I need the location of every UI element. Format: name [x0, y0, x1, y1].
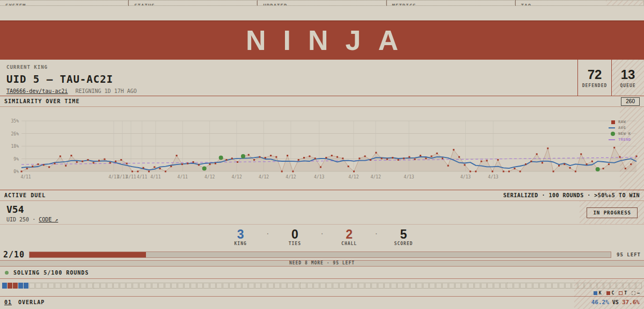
svg-text:18%: 18%: [11, 144, 19, 149]
round-cell: [346, 283, 352, 289]
king-score: 3: [237, 228, 244, 241]
legend-raw: RAW: [609, 120, 635, 124]
round-cell: [113, 283, 119, 289]
challenger-code-link[interactable]: CODE ↗: [39, 217, 58, 222]
round-cell: [578, 283, 584, 289]
round-cell: [18, 283, 23, 289]
solving-row: SOLVING 5/100 ROUNDS: [0, 267, 644, 279]
king-score-label: KING: [235, 241, 247, 246]
round-cell: [365, 283, 371, 289]
avg-swatch-icon: [609, 127, 615, 128]
round-cell: [494, 283, 500, 289]
king-cell-swatch-icon: [594, 291, 597, 295]
round-cell: [248, 283, 254, 289]
progress-fill: [30, 252, 146, 257]
svg-text:4/12: 4/12: [348, 175, 358, 179]
round-cell: [313, 283, 319, 289]
overlap-label: OVERLAP: [18, 299, 45, 305]
chart-legend: RAW AVG NEW K TREND: [609, 120, 635, 142]
overlap-index-link[interactable]: 01: [4, 299, 12, 305]
round-cell: [584, 283, 590, 289]
round-cell: [223, 283, 229, 289]
round-cell: [416, 283, 422, 289]
rounds-legend-chall: C: [606, 291, 614, 296]
app-title: NINJA: [229, 21, 415, 60]
king-reign-text: REIGNING 1D 17H AGO: [75, 88, 136, 94]
challenger-name: V54: [6, 204, 58, 215]
round-cell: [178, 283, 184, 289]
svg-text:35%: 35%: [11, 119, 19, 124]
ties-score-label: TIES: [289, 241, 301, 246]
round-cell: [384, 283, 390, 289]
rounds-legend-tie: T: [619, 291, 627, 296]
round-cell: [520, 283, 526, 289]
active-duel-title: ACTIVE DUEL: [4, 192, 46, 198]
duel-row: V54 UID 250 · CODE ↗ IN PROGRESS: [0, 201, 644, 225]
king-cell-label: K: [599, 291, 602, 296]
pending-cell-label: –: [637, 291, 640, 296]
scored-score: 5: [400, 228, 407, 241]
round-cell: [591, 283, 597, 289]
svg-text:4/11: 4/11: [178, 175, 188, 179]
duel-score-row: 3 KING · 0 TIES · 2 CHALL · 5 SCORED: [0, 225, 644, 249]
raw-swatch-icon: [611, 120, 615, 124]
legend-avg-label: AVG: [618, 126, 635, 130]
svg-text:4/12: 4/12: [259, 175, 269, 179]
king-info: CURRENT KING UID 5 — TAU-AC2I TA0666-dev…: [0, 60, 577, 96]
status-label: STATUS: [134, 3, 251, 6]
round-cell: [436, 283, 442, 289]
queue-label: QUEUE: [620, 83, 635, 88]
round-cell: [203, 283, 209, 289]
round-cell: [287, 283, 293, 289]
round-cell: [572, 283, 577, 289]
king-overlap-pct: 46.2%: [591, 299, 609, 306]
round-cell: [61, 283, 67, 289]
round-cell: [423, 283, 429, 289]
score-separator: ·: [375, 230, 378, 244]
round-cell: [274, 283, 280, 289]
round-cell: [546, 283, 552, 289]
round-cell: [623, 283, 629, 289]
similarity-count-badge[interactable]: 260: [621, 97, 640, 106]
round-cell: [145, 283, 151, 289]
round-cell: [468, 283, 474, 289]
round-cell: [630, 283, 635, 289]
legend-newk: NEW K: [609, 132, 635, 136]
queue-count: 13: [621, 67, 635, 82]
solving-text: SOLVING 5/100 ROUNDS: [13, 270, 89, 276]
round-cell: [552, 283, 558, 289]
svg-text:9%: 9%: [13, 157, 19, 162]
rounds-legend: K C T –: [0, 290, 644, 296]
svg-text:4/12: 4/12: [204, 175, 215, 179]
title-banner: NINJA: [0, 21, 644, 60]
round-cell: [326, 283, 332, 289]
similarity-chart-section: 4/114/114/114/114/114/114/114/124/124/12…: [0, 107, 644, 190]
svg-text:4/11: 4/11: [137, 175, 147, 179]
challenger-uid: UID 250 ·: [6, 217, 35, 222]
svg-text:4/11: 4/11: [150, 175, 160, 179]
round-cell: [68, 283, 74, 289]
round-cell: [500, 283, 506, 289]
topbar-system: SYSTEM NINJA // SN66: [0, 0, 128, 6]
round-cell: [126, 283, 132, 289]
rounds-legend-pending: –: [632, 291, 640, 296]
progress-bar: [29, 251, 611, 258]
round-cell: [352, 283, 358, 289]
round-cell: [13, 283, 18, 289]
round-cell: [358, 283, 364, 289]
round-cell: [559, 283, 565, 289]
round-cell: [80, 283, 86, 289]
round-cell: [320, 283, 326, 289]
round-cell: [197, 283, 203, 289]
round-cell: [300, 283, 306, 289]
tie-cell-label: T: [624, 291, 627, 296]
round-cell: [514, 283, 519, 289]
round-cell: [48, 283, 54, 289]
round-cell: [120, 283, 126, 289]
chall-score: 2: [346, 228, 353, 241]
progress-remaining: 95 LEFT: [617, 252, 641, 257]
king-repo-link[interactable]: TA0666-dev/tau-ac2i: [6, 88, 68, 94]
round-cell: [449, 283, 455, 289]
round-cell: [184, 283, 190, 289]
svg-text:0%: 0%: [13, 169, 19, 174]
